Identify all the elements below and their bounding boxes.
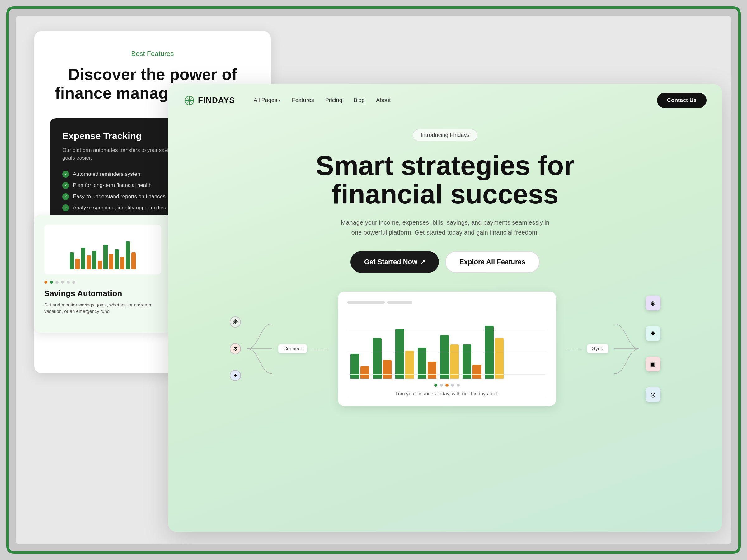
float-icon-purple: ◈ (646, 296, 661, 311)
bar-orange (383, 360, 391, 379)
get-started-button[interactable]: Get Started Now ↗ (351, 251, 439, 273)
float-icon-blue: ◎ (646, 387, 661, 402)
get-started-label: Get Started Now (364, 258, 417, 266)
candle (103, 244, 108, 269)
candle (109, 254, 113, 269)
features-badge: Best Features (50, 50, 255, 58)
check-icon: ✓ (62, 171, 69, 178)
contact-us-button[interactable]: Contact Us (657, 93, 706, 108)
dot (434, 383, 437, 387)
dot (440, 383, 443, 387)
bar-green (463, 344, 471, 379)
check-icon: ✓ (62, 182, 69, 189)
feature-text: Automated reminders system (73, 171, 141, 177)
candle (114, 249, 119, 269)
dot (67, 281, 70, 284)
bar-green (485, 326, 494, 379)
candle (131, 252, 136, 269)
savings-desc: Set and monitor savings goals, whether f… (44, 301, 161, 315)
feature-text: Easy-to-understand reports on finances (73, 193, 165, 200)
bar-yellow (405, 351, 414, 379)
candle (70, 252, 74, 269)
navbar: FINDAYS All Pages Features Pricing Blog … (168, 84, 722, 117)
dashboard-area: ✳ ⚙ ● Connect (193, 292, 697, 406)
hero-buttons: Get Started Now ↗ Explore All Features (193, 251, 697, 273)
dot (451, 383, 454, 387)
candle-body (86, 256, 91, 269)
dot (445, 383, 448, 387)
float-icon-teal: ❖ (646, 326, 661, 341)
outer-border: Best Features Discover the power of fina… (6, 6, 741, 554)
hero-title: Smart strategies for financial success (193, 151, 697, 209)
savings-card: Savings Automation Set and monitor savin… (34, 215, 171, 333)
right-icon-group: ◈ ❖ ▣ ◎ (646, 296, 661, 402)
logo-text: FINDAYS (198, 96, 235, 105)
candle (98, 261, 102, 269)
candle-body (109, 254, 113, 269)
bar-group (440, 335, 459, 379)
bar-group (485, 326, 504, 379)
bar-group (373, 338, 391, 379)
grid-line (347, 397, 546, 397)
bar-yellow (450, 344, 459, 379)
dot (44, 281, 47, 284)
hero-content: Introducing Findays Smart strategies for… (168, 117, 722, 273)
hero-subtitle: Manage your income, expenses, bills, sav… (336, 217, 554, 237)
chart-caption: Trim your finances today, with our Finda… (347, 391, 546, 397)
candle-body (131, 252, 136, 269)
float-icon-red: ▣ (646, 356, 661, 371)
bar-orange (472, 365, 481, 379)
bar-orange (428, 362, 436, 379)
dot (50, 281, 53, 284)
sync-label: Sync (587, 344, 608, 353)
hero-title-line2: financial success (332, 179, 559, 209)
candle-body (92, 251, 97, 269)
nav-links: All Pages Features Pricing Blog About (254, 97, 645, 104)
logo-icon (184, 95, 195, 106)
candle-body (75, 259, 80, 269)
hero-card: FINDAYS All Pages Features Pricing Blog … (168, 84, 722, 532)
candle (126, 241, 130, 269)
nav-pricing[interactable]: Pricing (325, 97, 342, 104)
dot (457, 383, 460, 387)
right-curve (614, 318, 639, 380)
bar-green (373, 338, 382, 379)
left-nodes: ✳ ⚙ ● Connect (230, 316, 332, 381)
dot (55, 281, 58, 284)
candle (92, 251, 97, 269)
chart-dots (347, 383, 546, 387)
nav-blog[interactable]: Blog (354, 97, 365, 104)
candle-body (81, 248, 85, 269)
hero-title-line1: Smart strategies for (316, 150, 574, 181)
logo: FINDAYS (184, 95, 235, 106)
intro-badge: Introducing Findays (413, 129, 477, 141)
node-middle: ⚙ (230, 343, 241, 354)
feature-text: Plan for long-term financial health (73, 182, 152, 189)
check-icon: ✓ (62, 193, 69, 200)
explore-features-button[interactable]: Explore All Features (445, 251, 540, 273)
savings-chart (44, 224, 161, 274)
candle (75, 259, 80, 269)
bar-group (395, 329, 414, 379)
chart-bars (347, 310, 546, 379)
node-top: ✳ (230, 316, 241, 328)
chart-container (347, 310, 546, 379)
nav-about[interactable]: About (376, 97, 391, 104)
candle-body (120, 257, 125, 269)
feature-text: Analyze spending, identify opportunities (73, 205, 166, 211)
candle (86, 256, 91, 269)
candle-body (114, 249, 119, 269)
dot (72, 281, 75, 284)
bar-yellow (495, 338, 504, 379)
title-bar-long (347, 301, 385, 304)
nav-features[interactable]: Features (292, 97, 314, 104)
candle (120, 257, 125, 269)
bar-green (351, 354, 359, 379)
nav-all-pages[interactable]: All Pages (254, 97, 281, 104)
bar-orange (360, 366, 369, 379)
bar-green (440, 335, 449, 379)
bar-group (351, 354, 369, 379)
candle-body (126, 241, 130, 269)
node-bottom: ● (230, 370, 241, 381)
sync-line (565, 346, 584, 351)
